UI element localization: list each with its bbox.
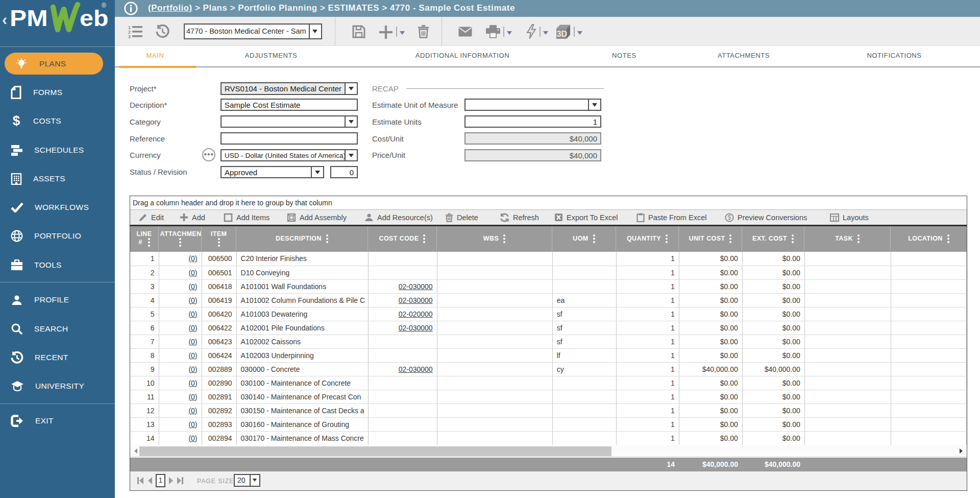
svg-text:3: 3 — [128, 34, 131, 39]
svg-text:$: $ — [728, 214, 731, 221]
svg-text:3D: 3D — [557, 30, 567, 38]
svg-text:$: $ — [13, 114, 20, 128]
